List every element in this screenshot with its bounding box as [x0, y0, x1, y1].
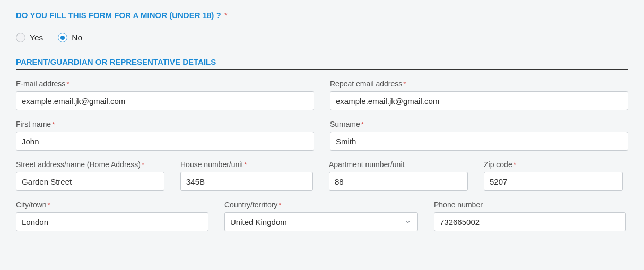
select-country[interactable]: United Kingdom	[224, 212, 418, 231]
field-city: City/town*	[16, 201, 208, 231]
radio-no[interactable]: No	[58, 33, 82, 42]
field-house: House number/unit*	[180, 160, 313, 191]
radio-yes[interactable]: Yes	[16, 33, 43, 42]
section-guardian-header: PARENT/GUARDIAN OR REPRESENTATIVE DETAIL…	[16, 57, 628, 70]
field-apartment: Apartment number/unit	[329, 160, 468, 191]
label-apartment: Apartment number/unit	[329, 160, 468, 169]
input-first-name[interactable]	[16, 132, 314, 151]
label-zip: Zip code*	[484, 160, 623, 169]
field-surname: Surname*	[330, 120, 628, 151]
field-first-name: First name*	[16, 120, 314, 151]
input-apartment[interactable]	[329, 172, 468, 191]
input-street[interactable]	[16, 172, 164, 191]
row-address: Street address/name (Home Address)* Hous…	[16, 160, 628, 191]
input-house[interactable]	[180, 172, 313, 191]
input-zip[interactable]	[484, 172, 623, 191]
section-guardian-title: PARENT/GUARDIAN OR REPRESENTATIVE DETAIL…	[16, 57, 216, 66]
label-email-repeat: Repeat email address*	[330, 80, 628, 88]
row-email: E-mail address* Repeat email address*	[16, 80, 628, 110]
field-country: Country/territory* United Kingdom	[224, 201, 418, 231]
section-minor-title: DO YOU FILL THIS FORM FOR A MINOR (UNDER…	[16, 11, 221, 20]
field-email: E-mail address*	[16, 80, 314, 110]
input-phone[interactable]	[434, 212, 626, 231]
form-panel: DO YOU FILL THIS FORM FOR A MINOR (UNDER…	[0, 0, 644, 247]
input-city[interactable]	[16, 212, 208, 231]
label-email: E-mail address*	[16, 80, 314, 88]
radio-no-label: No	[72, 33, 82, 42]
label-surname: Surname*	[330, 120, 628, 128]
label-house: House number/unit*	[180, 160, 313, 169]
radio-yes-label: Yes	[30, 33, 43, 42]
input-surname[interactable]	[330, 132, 628, 151]
label-city: City/town*	[16, 201, 208, 209]
field-phone: Phone number	[434, 201, 626, 231]
select-country-wrap: United Kingdom	[224, 212, 418, 231]
form-grid: E-mail address* Repeat email address* Fi…	[16, 80, 628, 231]
row-locale: City/town* Country/territory* United Kin…	[16, 201, 628, 231]
minor-radio-group: Yes No	[16, 33, 628, 42]
label-street: Street address/name (Home Address)*	[16, 160, 164, 169]
input-email-repeat[interactable]	[330, 91, 628, 110]
radio-no-circle	[58, 33, 67, 42]
radio-yes-circle	[16, 33, 25, 42]
field-email-repeat: Repeat email address*	[330, 80, 628, 110]
field-zip: Zip code*	[484, 160, 623, 191]
label-phone: Phone number	[434, 201, 626, 209]
field-street: Street address/name (Home Address)*	[16, 160, 164, 191]
row-name: First name* Surname*	[16, 120, 628, 151]
input-email[interactable]	[16, 91, 314, 110]
section-minor-header: DO YOU FILL THIS FORM FOR A MINOR (UNDER…	[16, 11, 628, 23]
label-first-name: First name*	[16, 120, 314, 128]
required-mark: *	[224, 11, 228, 20]
label-country: Country/territory*	[224, 201, 418, 209]
